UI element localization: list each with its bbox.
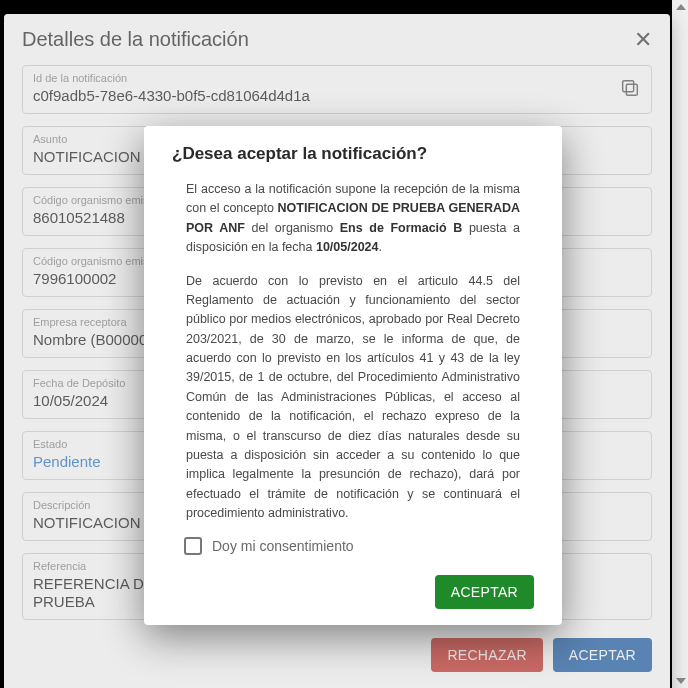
modal-title: ¿Desea aceptar la notificación?	[158, 144, 548, 164]
modal-organism: Ens de Formació B	[340, 221, 463, 235]
modal-text: del organismo	[245, 221, 340, 235]
field-value: REFERENCIA DE PRUEBA	[33, 575, 154, 610]
consent-label: Doy mi consentimiento	[212, 538, 354, 554]
modal-body: El acceso a la notificación supone la re…	[158, 180, 548, 523]
scroll-up-icon[interactable]	[676, 4, 686, 10]
field-value: 7996100002	[33, 270, 116, 287]
modal-paragraph-1: El acceso a la notificación supone la re…	[186, 180, 520, 258]
field-value: Pendiente	[33, 453, 101, 470]
copy-icon[interactable]	[617, 76, 643, 102]
modal-date: 10/05/2024	[316, 240, 379, 254]
svg-rect-0	[626, 84, 637, 95]
rechazar-button[interactable]: RECHAZAR	[431, 638, 542, 672]
scrollbar-track[interactable]	[672, 0, 688, 688]
modal-aceptar-button[interactable]: ACEPTAR	[435, 575, 534, 609]
consent-checkbox[interactable]	[184, 537, 202, 555]
modal-text: .	[379, 240, 382, 254]
svg-rect-1	[623, 80, 634, 91]
modal-paragraph-2: De acuerdo con lo previsto en el articul…	[186, 272, 520, 524]
scroll-down-icon[interactable]	[676, 678, 686, 684]
confirm-accept-modal: ¿Desea aceptar la notificación? El acces…	[144, 126, 562, 625]
aceptar-button[interactable]: ACEPTAR	[553, 638, 652, 672]
field-label: Id de la notificación	[33, 72, 641, 84]
close-icon[interactable]: ✕	[634, 29, 652, 51]
dialog-title: Detalles de la notificación	[22, 28, 249, 51]
field-id: Id de la notificación c0f9adb5-78e6-4330…	[22, 65, 652, 114]
field-value: 86010521488	[33, 209, 125, 226]
field-value: c0f9adb5-78e6-4330-b0f5-cd81064d4d1a	[33, 87, 310, 104]
field-value: 10/05/2024	[33, 392, 108, 409]
